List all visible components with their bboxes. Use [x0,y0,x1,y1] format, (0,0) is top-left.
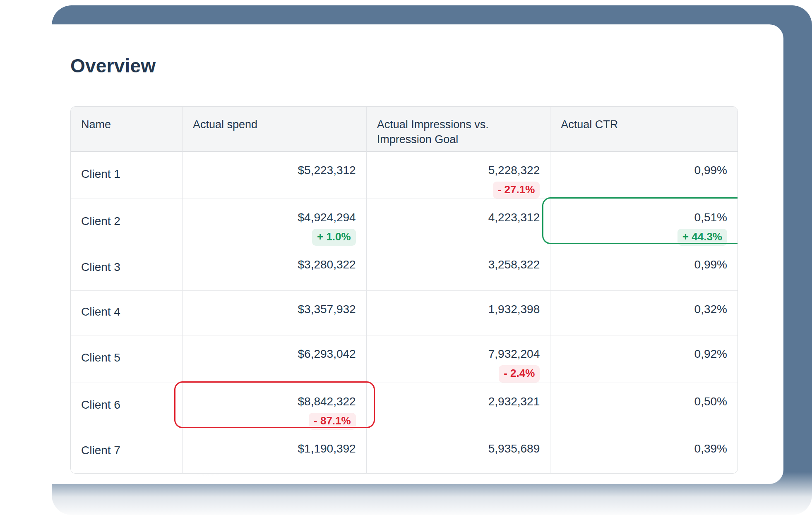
impressions-value: 7,932,204 [367,347,540,361]
spend-value: $8,842,322 [183,395,356,408]
table-header-row: NameActual spendActual Impressions vs. I… [71,107,738,152]
spend-cell: $4,924,294+ 1.0% [182,199,366,246]
client-name-cell: Client 5 [71,335,182,383]
impressions-value: 5,935,689 [367,442,540,455]
column-header-label: Actual spend [193,117,342,132]
impressions-cell: 5,228,322- 27.1% [366,152,550,199]
spend-cell: $3,357,932 [182,291,366,335]
spend-cell: $3,280,322 [182,246,366,291]
table-row: Client 5$6,293,0427,932,204- 2.4%0,92% [71,335,738,383]
ctr-value: 0,92% [550,347,727,361]
client-name-cell: Client 3 [71,246,182,291]
spend-value: $5,223,312 [183,164,356,177]
table-row: Client 4$3,357,9321,932,3980,32% [71,291,738,335]
impressions-cell: 4,223,312 [366,199,550,246]
impressions-delta-badge: - 27.1% [493,182,540,199]
table-row: Client 1$5,223,3125,228,322- 27.1%0,99% [71,152,738,199]
client-name-cell: Client 2 [71,199,182,246]
page-title: Overview [70,55,156,77]
ctr-cell[interactable]: 0,51%+ 44.3% [550,199,738,246]
impressions-value: 3,258,322 [367,258,540,271]
ctr-cell: 0,32% [550,291,738,335]
impressions-cell: 3,258,322 [366,246,550,291]
ctr-cell: 0,99% [550,152,738,199]
spend-delta-badge: - 87.1% [309,413,356,430]
overview-table: NameActual spendActual Impressions vs. I… [70,106,738,474]
column-header-name: Name [71,107,182,152]
spend-cell: $6,293,042 [182,335,366,383]
impressions-delta-badge: - 2.4% [499,365,540,382]
spend-value: $6,293,042 [183,347,356,361]
spend-value: $1,190,392 [183,442,356,455]
ctr-value: 0,51% [550,211,727,224]
ctr-delta-badge: + 44.3% [677,229,727,246]
spend-cell: $1,190,392 [182,430,366,473]
spend-value: $4,924,294 [183,211,356,224]
table-row: Client 2$4,924,294+ 1.0%4,223,3120,51%+ … [71,199,738,246]
client-name-cell: Client 1 [71,152,182,199]
spend-delta-badge: + 1.0% [312,229,356,246]
impressions-cell: 7,932,204- 2.4% [366,335,550,383]
column-header-ctr: Actual CTR [550,107,738,152]
table-row: Client 6$8,842,322- 87.1%2,932,3210,50% [71,383,738,430]
impressions-value: 2,932,321 [367,395,540,408]
ctr-cell: 0,92% [550,335,738,383]
ctr-value: 0,99% [550,258,727,271]
spend-cell[interactable]: $8,842,322- 87.1% [182,383,366,430]
column-header-spend: Actual spend [182,107,366,152]
spend-value: $3,357,932 [183,303,356,316]
ctr-value: 0,50% [550,395,727,408]
table-row: Client 3$3,280,3223,258,3220,99% [71,246,738,291]
ctr-cell: 0,99% [550,246,738,291]
ctr-value: 0,32% [550,303,727,316]
impressions-value: 1,932,398 [367,303,540,316]
impressions-cell: 5,935,689 [366,430,550,473]
column-header-label: Actual CTR [561,117,710,132]
spend-value: $3,280,322 [183,258,356,271]
client-name-cell: Client 7 [71,430,182,473]
table-row: Client 7$1,190,3925,935,6890,39% [71,430,738,473]
client-name-cell: Client 6 [71,383,182,430]
spend-cell: $5,223,312 [182,152,366,199]
impressions-cell: 1,932,398 [366,291,550,335]
impressions-cell: 2,932,321 [366,383,550,430]
ctr-value: 0,99% [550,164,727,177]
ctr-cell: 0,50% [550,383,738,430]
column-header-impressions: Actual Impressions vs. Impression Goal [366,107,550,152]
column-header-label: Actual Impressions vs. Impression Goal [377,117,526,147]
page-background: Overview NameActual spendActual Impressi… [0,0,812,522]
ctr-value: 0,39% [550,442,727,455]
column-header-label: Name [81,117,172,132]
impressions-value: 5,228,322 [367,164,540,177]
ctr-cell: 0,39% [550,430,738,473]
client-name-cell: Client 4 [71,291,182,335]
clients-table: NameActual spendActual Impressions vs. I… [71,107,738,473]
impressions-value: 4,223,312 [367,211,540,224]
overview-card: Overview NameActual spendActual Impressi… [34,24,783,484]
